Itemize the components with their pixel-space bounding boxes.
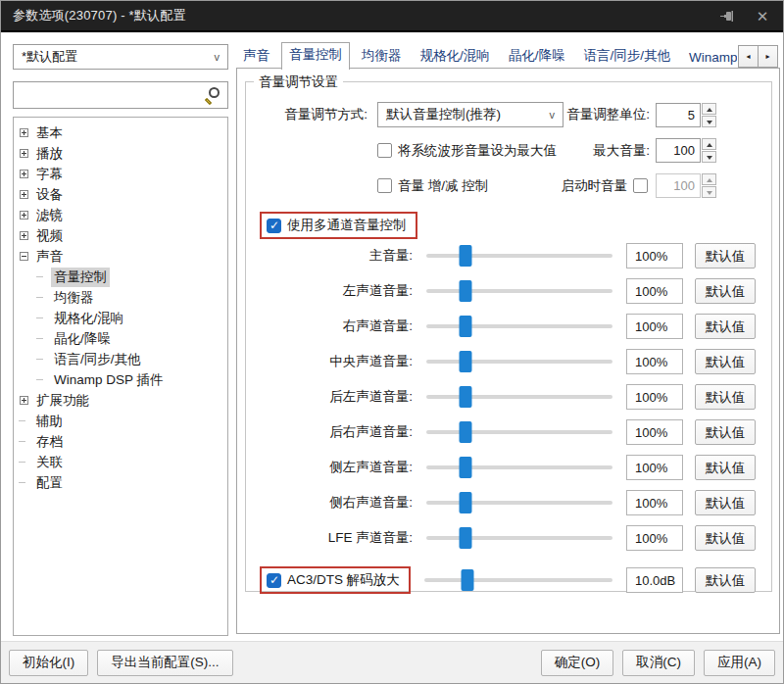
slider-thumb[interactable] bbox=[459, 457, 471, 478]
volume-slider[interactable] bbox=[426, 350, 612, 373]
tree-expand-icon[interactable] bbox=[20, 252, 28, 261]
channel-value-field[interactable]: 100% bbox=[626, 525, 683, 551]
tab[interactable]: 规格化/混响 bbox=[414, 44, 497, 69]
volume-unit-spinner[interactable]: 5 bbox=[656, 103, 716, 127]
volume-mode-dropdown[interactable]: 默认音量控制(推荐) v bbox=[377, 102, 564, 127]
tree-item[interactable]: 滤镜 bbox=[14, 205, 227, 225]
tree-item[interactable]: 存档 bbox=[14, 431, 227, 452]
channel-value-field[interactable]: 100% bbox=[626, 278, 683, 304]
tree-expand-icon[interactable] bbox=[20, 437, 28, 446]
default-button[interactable]: 默认值 bbox=[695, 525, 756, 551]
tree-expand-icon[interactable] bbox=[20, 149, 28, 158]
ac3-value-field[interactable]: 10.0dB bbox=[626, 567, 683, 593]
slider-track[interactable] bbox=[426, 395, 612, 399]
search-box[interactable] bbox=[13, 81, 228, 109]
volume-slider[interactable] bbox=[426, 420, 612, 444]
volume-slider[interactable] bbox=[426, 491, 612, 514]
tree-item[interactable]: 基本 bbox=[14, 122, 227, 143]
volume-slider[interactable] bbox=[426, 385, 612, 409]
checkbox-icon[interactable] bbox=[377, 178, 392, 193]
tree-item-label[interactable]: 音量控制 bbox=[51, 268, 110, 287]
tree-item[interactable]: 声音 bbox=[14, 246, 227, 267]
spin-down-icon[interactable] bbox=[702, 116, 716, 127]
slider-track[interactable] bbox=[426, 254, 612, 258]
tree-expand-icon[interactable] bbox=[20, 478, 28, 487]
slider-thumb[interactable] bbox=[459, 351, 471, 372]
tree-item-label[interactable]: 均衡器 bbox=[51, 288, 97, 308]
default-button[interactable]: 默认值 bbox=[695, 243, 756, 269]
tree-item[interactable]: 配置 bbox=[14, 472, 227, 493]
tab[interactable]: Winamp bbox=[682, 47, 737, 69]
tab[interactable]: 语言/同步/其他 bbox=[577, 44, 678, 69]
channel-value-field[interactable]: 100% bbox=[626, 490, 683, 515]
spin-up-icon[interactable] bbox=[702, 138, 716, 150]
tree-item[interactable]: 扩展功能 bbox=[14, 390, 227, 411]
tree-item[interactable]: 音量控制 bbox=[14, 267, 227, 287]
tree-expand-icon[interactable] bbox=[20, 396, 28, 405]
tree-item-label[interactable]: Winamp DSP 插件 bbox=[51, 370, 167, 390]
cancel-button[interactable]: 取消(C) bbox=[622, 650, 695, 676]
default-button[interactable]: 默认值 bbox=[695, 278, 756, 304]
tree-item[interactable]: 视频 bbox=[14, 225, 227, 246]
slider-track[interactable] bbox=[426, 501, 612, 505]
tab-scroll-left-icon[interactable]: ◂ bbox=[738, 45, 759, 68]
tree-item-label[interactable]: 扩展功能 bbox=[33, 391, 92, 411]
tree-item-label[interactable]: 播放 bbox=[33, 144, 66, 164]
tree-item[interactable]: 均衡器 bbox=[14, 287, 227, 308]
slider-track[interactable] bbox=[426, 360, 612, 364]
default-button[interactable]: 默认值 bbox=[695, 384, 756, 410]
channel-value-field[interactable]: 100% bbox=[626, 314, 683, 339]
slider-track[interactable] bbox=[426, 430, 612, 434]
tree-expand-icon[interactable] bbox=[20, 170, 28, 178]
channel-value-field[interactable]: 100% bbox=[626, 455, 683, 480]
tree-expand-icon[interactable] bbox=[37, 355, 46, 364]
ac3-slider[interactable] bbox=[424, 568, 612, 592]
tree-item-label[interactable]: 语言/同步/其他 bbox=[51, 350, 144, 369]
tree-item[interactable]: 晶化/降噪 bbox=[14, 328, 227, 349]
pin-icon[interactable] bbox=[718, 7, 736, 24]
slider-thumb[interactable] bbox=[459, 280, 471, 302]
tree-item[interactable]: 辅助 bbox=[14, 411, 227, 431]
tree-item-label[interactable]: 关联 bbox=[33, 453, 66, 472]
tree-item-label[interactable]: 晶化/降噪 bbox=[51, 329, 114, 349]
volume-slider[interactable] bbox=[426, 526, 612, 550]
tree-expand-icon[interactable] bbox=[37, 334, 46, 343]
volume-unit-value[interactable]: 5 bbox=[656, 103, 701, 127]
tree-item-label[interactable]: 声音 bbox=[33, 247, 66, 267]
volume-slider[interactable] bbox=[426, 456, 612, 479]
ac3-checkbox[interactable] bbox=[267, 573, 281, 588]
spin-up-icon[interactable] bbox=[702, 103, 716, 115]
slider-track[interactable] bbox=[426, 536, 612, 540]
volume-slider[interactable] bbox=[426, 279, 612, 303]
tab[interactable]: 声音 bbox=[236, 44, 276, 69]
default-button[interactable]: 默认值 bbox=[695, 314, 756, 339]
ok-button[interactable]: 确定(O) bbox=[541, 650, 614, 676]
tab-scroll-right-icon[interactable]: ▸ bbox=[758, 45, 778, 68]
search-input[interactable] bbox=[14, 83, 192, 107]
tree-item-label[interactable]: 辅助 bbox=[33, 412, 66, 431]
tree-item[interactable]: Winamp DSP 插件 bbox=[14, 369, 227, 390]
slider-track[interactable] bbox=[426, 465, 612, 469]
tree-item-label[interactable]: 视频 bbox=[33, 226, 66, 246]
slider-thumb[interactable] bbox=[459, 245, 471, 267]
multichannel-checkbox[interactable] bbox=[267, 219, 281, 233]
tree-item[interactable]: 规格化/混响 bbox=[14, 308, 227, 328]
tree-item-label[interactable]: 基本 bbox=[33, 123, 66, 143]
search-icon[interactable] bbox=[204, 87, 220, 103]
tree-item-label[interactable]: 存档 bbox=[33, 432, 66, 452]
tree-expand-icon[interactable] bbox=[20, 231, 28, 240]
tree-item-label[interactable]: 设备 bbox=[33, 185, 66, 205]
slider-track[interactable] bbox=[426, 289, 612, 293]
profile-dropdown[interactable]: *默认配置 v bbox=[13, 44, 228, 70]
tab[interactable]: 均衡器 bbox=[355, 44, 409, 69]
tab[interactable]: 晶化/降噪 bbox=[502, 44, 572, 69]
spin-down-icon[interactable] bbox=[702, 151, 716, 163]
startup-volume-checkbox[interactable] bbox=[633, 178, 648, 193]
channel-value-field[interactable]: 100% bbox=[626, 349, 683, 374]
tree-expand-icon[interactable] bbox=[20, 416, 28, 425]
tree-expand-icon[interactable] bbox=[37, 293, 46, 302]
tree-item[interactable]: 播放 bbox=[14, 143, 227, 164]
volume-updown-checkbox[interactable]: 音量 增/减 控制 bbox=[377, 177, 488, 195]
checkbox-icon[interactable] bbox=[377, 143, 392, 158]
tree-expand-icon[interactable] bbox=[37, 375, 46, 384]
